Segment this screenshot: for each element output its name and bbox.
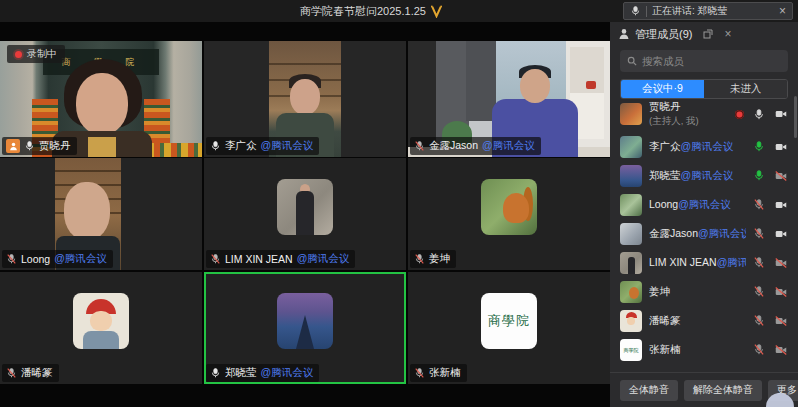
- meeting-window: 商学院春节慰问2025.1.25 正在讲话: 郑晓莹 × 商學院: [0, 0, 798, 407]
- mic-muted-icon: [753, 256, 765, 269]
- video-grid: 商學院 录制中 贾晓丹: [0, 22, 610, 407]
- recording-dot-icon: [735, 110, 744, 119]
- speaking-indicator: 正在讲话: 郑晓莹 ×: [623, 2, 793, 20]
- video-tile-jiaxiaodan[interactable]: 商學院 录制中 贾晓丹: [0, 41, 202, 157]
- search-input[interactable]: [642, 55, 762, 67]
- mic-active-icon: [753, 169, 765, 182]
- mic-muted-icon: [753, 314, 765, 327]
- member-row[interactable]: 姜坤: [610, 277, 798, 306]
- member-row[interactable]: 郑晓莹@腾讯会议: [610, 161, 798, 190]
- participant-nameplate: 贾晓丹: [2, 137, 77, 155]
- avatar: [620, 281, 642, 303]
- mic-muted-icon: [210, 253, 221, 265]
- camera-off-icon: [774, 257, 788, 269]
- avatar: [620, 165, 642, 187]
- camera-on-icon: [774, 141, 788, 153]
- participant-nameplate: 姜坤: [410, 250, 456, 268]
- member-management-panel: 管理成员(9) × 会议中·9 未进入 贾晓丹 (主持人, 我): [610, 22, 798, 407]
- celebration-icon: [430, 5, 443, 18]
- mic-muted-icon: [753, 227, 765, 240]
- member-row[interactable]: 金露Jason@腾讯会议: [610, 219, 798, 248]
- search-icon: [627, 56, 637, 66]
- camera-off-icon: [774, 286, 788, 298]
- mic-active-icon: [753, 140, 765, 153]
- camera-off-icon: [774, 170, 788, 182]
- participant-nameplate: LIM XIN JEAN@腾讯会议: [206, 250, 355, 268]
- member-row[interactable]: 潘晞篆: [610, 306, 798, 335]
- member-row[interactable]: LIM XIN JEAN@腾讯会议: [610, 248, 798, 277]
- camera-on-icon: [774, 199, 788, 211]
- camera-off-icon: [774, 344, 788, 356]
- avatar: [73, 293, 129, 349]
- participant-nameplate: 潘晞篆: [2, 364, 59, 382]
- mic-muted-icon: [6, 367, 17, 379]
- avatar: [620, 252, 642, 274]
- camera-on-icon: [774, 228, 788, 240]
- video-tile-loong[interactable]: Loong@腾讯会议: [0, 158, 202, 270]
- video-tile-zhengxiaoying-active-speaker[interactable]: 郑晓莹@腾讯会议: [204, 272, 406, 384]
- speaking-text: 正在讲话: 郑晓莹: [652, 4, 774, 18]
- member-row[interactable]: 商學院 张新楠: [610, 335, 798, 364]
- recording-badge: 录制中: [7, 45, 65, 63]
- avatar: [277, 179, 333, 235]
- popout-icon[interactable]: [703, 29, 713, 39]
- mic-on-icon: [210, 140, 221, 152]
- camera-off-icon: [774, 315, 788, 327]
- avatar: [620, 136, 642, 158]
- members-icon: [618, 28, 630, 40]
- avatar: 商學院: [481, 293, 537, 349]
- participant-nameplate: 张新楠: [410, 364, 467, 382]
- member-row[interactable]: Loong@腾讯会议: [610, 190, 798, 219]
- search-bar: [620, 50, 788, 72]
- panel-title: 管理成员(9): [635, 27, 692, 42]
- participant-nameplate: 李广众@腾讯会议: [206, 137, 319, 155]
- video-tile-liguangzhong[interactable]: 李广众@腾讯会议: [204, 41, 406, 157]
- record-dot-icon: [15, 51, 22, 58]
- mic-muted-icon: [753, 285, 765, 298]
- avatar: [620, 194, 642, 216]
- mic-on-icon: [210, 367, 221, 379]
- video-tile-jinlujason[interactable]: 金露Jason@腾讯会议: [408, 41, 610, 157]
- close-icon[interactable]: ×: [779, 5, 786, 17]
- video-tile-jiangkun[interactable]: 姜坤: [408, 158, 610, 270]
- panel-header: 管理成员(9) ×: [610, 22, 798, 46]
- mic-muted-icon: [6, 253, 17, 265]
- video-tile-panxizhuan[interactable]: 潘晞篆: [0, 272, 202, 384]
- scrollbar[interactable]: [794, 96, 797, 138]
- mic-muted-icon: [414, 367, 425, 379]
- member-row[interactable]: 李广众@腾讯会议: [610, 132, 798, 161]
- avatar: [277, 293, 333, 349]
- mic-muted-icon: [753, 198, 765, 211]
- avatar: [620, 223, 642, 245]
- video-tile-zhangxinnan[interactable]: 商學院 张新楠: [408, 272, 610, 384]
- avatar: 商學院: [620, 339, 642, 361]
- member-row[interactable]: 贾晓丹 (主持人, 我): [610, 96, 798, 132]
- participant-nameplate: 郑晓莹@腾讯会议: [206, 364, 319, 382]
- mute-all-button[interactable]: 全体静音: [620, 380, 678, 401]
- camera-on-icon: [774, 108, 788, 120]
- mic-on-icon: [24, 140, 35, 152]
- video-tile-limxinjean[interactable]: LIM XIN JEAN@腾讯会议: [204, 158, 406, 270]
- top-bar: 商学院春节慰问2025.1.25 正在讲话: 郑晓莹 ×: [0, 0, 798, 22]
- member-list: 贾晓丹 (主持人, 我) 李广众@腾讯会议 郑晓莹@: [610, 96, 798, 372]
- meeting-title: 商学院春节慰问2025.1.25: [300, 4, 426, 19]
- avatar: [620, 103, 642, 125]
- mic-muted-icon: [753, 343, 765, 356]
- mic-on-icon: [753, 108, 765, 121]
- avatar: [620, 310, 642, 332]
- mic-muted-icon: [414, 253, 425, 265]
- mic-muted-icon: [414, 140, 425, 152]
- host-badge-icon: [6, 139, 20, 153]
- close-panel-icon[interactable]: ×: [724, 28, 731, 40]
- participant-nameplate: 金露Jason@腾讯会议: [410, 137, 541, 155]
- divider: [646, 6, 647, 17]
- unmute-all-button[interactable]: 解除全体静音: [684, 380, 762, 401]
- participant-nameplate: Loong@腾讯会议: [2, 250, 113, 268]
- microphone-icon: [630, 5, 641, 17]
- avatar: [481, 179, 537, 235]
